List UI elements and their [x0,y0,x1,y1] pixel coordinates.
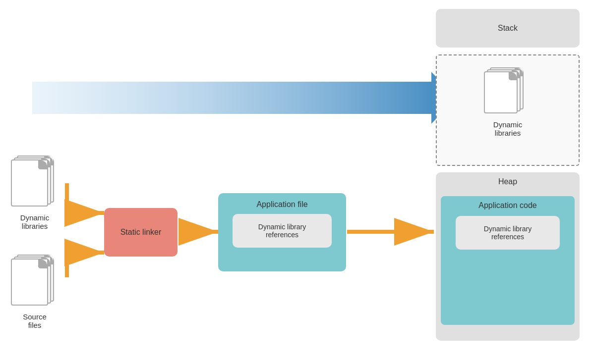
app-code-title: Application code [478,201,536,210]
app-file-title: Application file [256,200,307,209]
stack-box: Stack [436,9,580,48]
static-linker-box: Static linker [104,208,178,257]
app-code-box: Application code Dynamic libraryreferenc… [441,196,575,325]
app-code-ref-box: Dynamic libraryreferences [456,216,560,250]
app-file-ref-box: Dynamic libraryreferences [233,214,332,248]
sourcefiles-doc-stack [10,253,59,310]
heap-box: Heap Application code Dynamic libraryref… [436,172,580,341]
dynlibs-doc-stack [10,154,59,210]
dynamic-libraries-group: Dynamic libraries [10,154,59,230]
sourcefiles-to-linker-arrow [67,253,104,277]
diagram: Dynamic libraries Source files Static [0,0,592,364]
sourcefiles-label: Source files [23,312,47,329]
dynlibs-label: Dynamic libraries [20,213,49,230]
blue-arrow-body [32,82,431,114]
app-file-box: Application file Dynamic libraryreferenc… [218,193,346,271]
stack-label: Stack [498,24,518,33]
source-files-group: Source files [10,253,59,329]
static-linker-label: Static linker [120,228,162,237]
dynlibs-to-linker-arrow [67,183,104,213]
dyn-libs-memory-dashed: Dynamic libraries [436,54,580,166]
heap-label: Heap [436,172,580,189]
dynlibs-memory-label: Dynamic libraries [493,120,522,137]
